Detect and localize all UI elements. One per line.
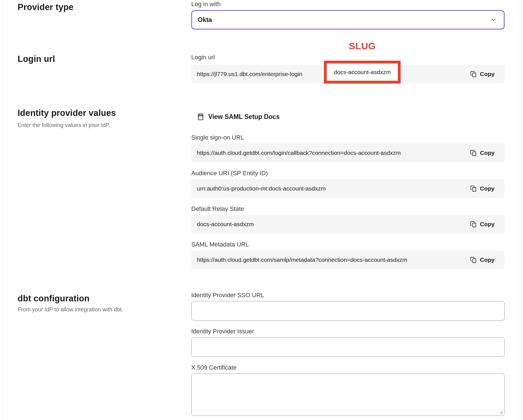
card-right-border xyxy=(520,0,520,420)
copy-label: Copy xyxy=(480,185,495,192)
identity-provider-values-heading: Identity provider values xyxy=(18,108,116,118)
x509-certificate-field-wrap xyxy=(191,373,505,416)
saml-metadata-url-field: https://auth.cloud.getdbt.com/samlp/meta… xyxy=(191,250,505,269)
copy-audience-uri-button[interactable]: Copy xyxy=(470,185,495,192)
copy-label: Copy xyxy=(480,257,495,263)
x509-certificate-textarea[interactable] xyxy=(191,373,505,416)
slug-value: docs-account-asdxzm xyxy=(334,69,391,75)
copy-login-url-button[interactable]: Copy xyxy=(470,71,495,77)
saml-docs-icon xyxy=(197,113,204,121)
card-left-border xyxy=(2,0,2,420)
slug-annotation-box: docs-account-asdxzm xyxy=(324,61,401,84)
idp-issuer-input[interactable] xyxy=(191,337,505,357)
form-column: SLUG docs-account-asdxzm Log in with Okt… xyxy=(191,0,505,416)
dbt-configuration-subtitle: From your IdP to allow integration with … xyxy=(18,306,123,313)
x509-certificate-label: X.509 Certificate xyxy=(191,364,505,371)
audience-uri-label: Audience URI (SP Entity ID) xyxy=(191,170,505,177)
default-relay-state-label: Default Relay State xyxy=(191,205,505,213)
audience-uri-value: urn:auth0:us-production-mt:docs-account-… xyxy=(197,185,466,192)
copy-icon xyxy=(470,185,477,192)
default-relay-state-value: docs-account-asdxzm xyxy=(197,221,466,228)
single-sign-on-url-label: Single sign-on URL xyxy=(191,134,505,141)
default-relay-state-field: docs-account-asdxzm Copy xyxy=(191,215,505,234)
slug-annotation-label: SLUG xyxy=(324,41,401,52)
copy-icon xyxy=(470,150,477,156)
idp-sso-url-input[interactable] xyxy=(191,301,505,321)
login-url-field-label: Login url xyxy=(191,54,505,61)
view-saml-docs-link[interactable]: View SAML Setup Docs xyxy=(197,113,280,121)
login-url-heading: Login url xyxy=(18,54,55,64)
identity-provider-values-subtitle: Enter the following values in your IdP. xyxy=(18,122,110,128)
resize-handle-icon[interactable] xyxy=(499,410,503,414)
copy-icon xyxy=(470,221,477,228)
single-sign-on-url-field: https://auth.cloud.getdbt.com/login/call… xyxy=(191,143,505,162)
idp-sso-url-label: Identity Provider SSO URL xyxy=(191,292,505,299)
copy-saml-metadata-url-button[interactable]: Copy xyxy=(470,257,495,263)
saml-metadata-url-value: https://auth.cloud.getdbt.com/samlp/meta… xyxy=(197,257,466,263)
log-in-with-label: Log in with xyxy=(191,1,505,8)
saml-metadata-url-label: SAML Metadata URL xyxy=(191,241,505,248)
copy-icon xyxy=(470,257,477,263)
dbt-configuration-heading: dbt configuration xyxy=(18,294,89,304)
copy-label: Copy xyxy=(480,150,495,156)
provider-type-select[interactable]: Okta xyxy=(191,10,505,30)
copy-single-sign-on-url-button[interactable]: Copy xyxy=(470,150,495,156)
copy-label: Copy xyxy=(480,221,495,228)
view-saml-docs-label: View SAML Setup Docs xyxy=(208,113,280,121)
chevron-down-icon xyxy=(490,17,497,23)
idp-issuer-label: Identity Provider Issuer xyxy=(191,328,505,335)
provider-type-selected-value: Okta xyxy=(198,16,212,24)
single-sign-on-url-value: https://auth.cloud.getdbt.com/login/call… xyxy=(197,150,466,156)
provider-type-heading: Provider type xyxy=(18,2,74,12)
copy-default-relay-state-button[interactable]: Copy xyxy=(470,221,495,228)
copy-label: Copy xyxy=(480,71,495,77)
copy-icon xyxy=(470,71,477,77)
audience-uri-field: urn:auth0:us-production-mt:docs-account-… xyxy=(191,179,505,198)
